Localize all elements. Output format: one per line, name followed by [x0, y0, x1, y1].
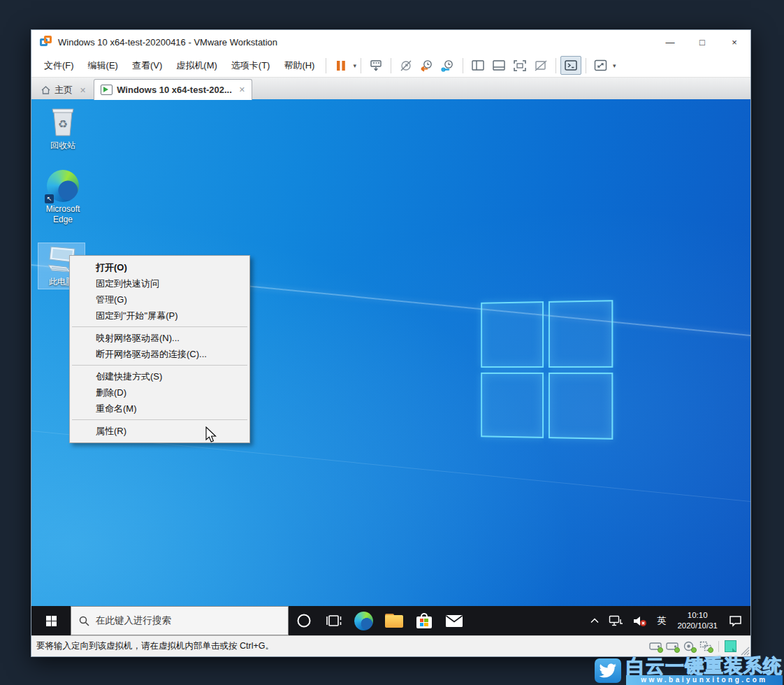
tab-bar: 主页 ✕ Windows 10 x64-test-202... ✕	[31, 77, 750, 99]
menu-item-pin-to-start[interactable]: 固定到"开始"屏幕(P)	[70, 308, 249, 324]
windows-logo-icon	[46, 616, 57, 626]
mail-icon	[445, 614, 463, 628]
menu-item-map-network-drive[interactable]: 映射网络驱动器(N)...	[70, 330, 249, 346]
resize-grip[interactable]	[741, 647, 750, 656]
pause-dropdown-caret[interactable]: ▾	[353, 62, 356, 69]
titlebar: Windows 10 x64-test-20200416 - VMware Wo…	[31, 30, 750, 54]
cortana-icon	[296, 613, 312, 628]
recycle-bin-icon: ♻	[48, 106, 78, 138]
network-adapter-icon[interactable]	[699, 641, 713, 651]
hard-disk-icon[interactable]	[666, 641, 679, 651]
menu-view[interactable]: 查看(V)	[125, 56, 169, 75]
toolbar-separator	[361, 58, 361, 73]
tab-close-icon[interactable]: ✕	[239, 85, 245, 94]
message-log-icon[interactable]	[725, 640, 736, 652]
mail-button[interactable]	[439, 606, 469, 635]
menu-help[interactable]: 帮助(H)	[277, 56, 321, 75]
clock-date: 2020/10/31	[677, 621, 718, 631]
action-center-icon	[729, 615, 742, 627]
edge-icon	[354, 612, 373, 630]
tab-home[interactable]: 主页 ✕	[35, 81, 92, 99]
task-view-button[interactable]	[319, 606, 349, 635]
fullscreen-icon[interactable]	[509, 56, 530, 75]
language-indicator[interactable]: 英	[652, 606, 671, 635]
maximize-button[interactable]: □	[686, 30, 718, 54]
show-library-icon[interactable]	[467, 56, 488, 75]
menu-item-delete[interactable]: 删除(D)	[70, 384, 249, 401]
hard-disk-icon[interactable]	[649, 641, 662, 651]
cd-dvd-icon[interactable]	[683, 641, 696, 651]
menu-separator	[72, 419, 247, 420]
file-explorer-icon	[385, 614, 403, 628]
watermark-url: www.baiyunxitong.com	[626, 675, 783, 685]
status-device-icons	[649, 640, 750, 652]
menu-file[interactable]: 文件(F)	[37, 56, 81, 75]
clock-time: 10:10	[677, 610, 718, 621]
desktop-icon-label: 回收站	[50, 140, 75, 151]
store-button[interactable]	[409, 606, 439, 635]
mouse-cursor	[205, 426, 217, 446]
window-title: Windows 10 x64-test-20200416 - VMware Wo…	[58, 37, 277, 48]
store-icon	[416, 612, 433, 629]
network-tray-button[interactable]	[604, 606, 628, 635]
task-view-icon	[326, 614, 342, 628]
ctrl-alt-del-icon[interactable]	[365, 56, 386, 75]
context-menu: 打开(O) 固定到快速访问 管理(G) 固定到"开始"屏幕(P) 映射网络驱动器…	[69, 255, 250, 443]
watermark-title: 白云一键重装系统	[626, 656, 783, 676]
window-controls: — □ ×	[654, 30, 750, 54]
toolbar-separator	[391, 58, 391, 73]
shortcut-arrow-icon: ↖	[45, 194, 54, 203]
menu-item-create-shortcut[interactable]: 创建快捷方式(S)	[70, 368, 249, 384]
toolbar-separator	[556, 58, 556, 73]
watermark: 白云一键重装系统 www.baiyunxitong.com	[595, 656, 783, 685]
menu-item-rename[interactable]: 重命名(M)	[70, 401, 249, 417]
toolbar-separator	[326, 58, 326, 73]
search-input[interactable]: 在此键入进行搜索	[71, 606, 289, 635]
vmware-window: Windows 10 x64-test-20200416 - VMware Wo…	[31, 29, 751, 657]
search-icon	[79, 616, 89, 626]
edge-icon: ↖	[47, 170, 79, 202]
edge-taskbar-button[interactable]	[349, 606, 379, 635]
menu-item-manage[interactable]: 管理(G)	[70, 291, 249, 308]
revert-snapshot-icon[interactable]	[416, 56, 437, 75]
minimize-button[interactable]: —	[654, 30, 686, 54]
tab-vm[interactable]: Windows 10 x64-test-202... ✕	[94, 79, 252, 100]
tab-close-icon[interactable]: ✕	[80, 86, 86, 95]
file-explorer-button[interactable]	[379, 606, 409, 635]
menu-item-properties[interactable]: 属性(R)	[70, 423, 249, 439]
volume-tray-button[interactable]	[628, 606, 652, 635]
network-icon	[609, 615, 623, 626]
manage-snapshots-icon[interactable]	[437, 56, 458, 75]
svg-text:♻: ♻	[58, 118, 68, 130]
stretch-guest-icon[interactable]	[590, 56, 611, 75]
cortana-button[interactable]	[289, 606, 319, 635]
pause-button[interactable]	[331, 56, 351, 75]
stretch-dropdown-caret[interactable]: ▾	[613, 62, 616, 69]
volume-muted-icon	[633, 615, 647, 627]
vm-tab-icon	[101, 85, 112, 95]
show-thumbnail-bar-icon[interactable]	[488, 56, 509, 75]
chevron-up-icon	[590, 618, 599, 623]
watermark-text: 白云一键重装系统 www.baiyunxitong.com	[626, 656, 783, 685]
close-button[interactable]: ×	[718, 30, 750, 54]
menu-item-disconnect-network-drive[interactable]: 断开网络驱动器的连接(C)...	[70, 346, 249, 362]
windows-logo-wallpaper	[481, 300, 613, 440]
desktop-icon-label: Microsoft Edge	[41, 204, 85, 225]
bird-icon	[595, 658, 621, 683]
tray-chevron-button[interactable]	[586, 606, 604, 635]
taskbar-clock[interactable]: 10:10 2020/10/31	[671, 610, 724, 631]
desktop-icon-edge[interactable]: ↖ Microsoft Edge	[40, 170, 86, 225]
menu-tabs[interactable]: 选项卡(T)	[224, 56, 277, 75]
desktop-icon-recycle-bin[interactable]: ♻ 回收站	[40, 106, 86, 151]
system-tray: 英 10:10 2020/10/31	[586, 606, 750, 635]
action-center-button[interactable]	[724, 606, 750, 635]
menu-item-open[interactable]: 打开(O)	[70, 259, 249, 275]
toolbar-separator	[463, 58, 463, 73]
menu-item-pin-quick-access[interactable]: 固定到快速访问	[70, 275, 249, 291]
menu-vm[interactable]: 虚拟机(M)	[169, 56, 224, 75]
start-button[interactable]	[31, 606, 71, 635]
menu-separator	[72, 365, 247, 366]
menu-edit[interactable]: 编辑(E)	[81, 56, 125, 75]
console-view-button[interactable]	[560, 56, 581, 75]
home-icon	[41, 86, 50, 94]
